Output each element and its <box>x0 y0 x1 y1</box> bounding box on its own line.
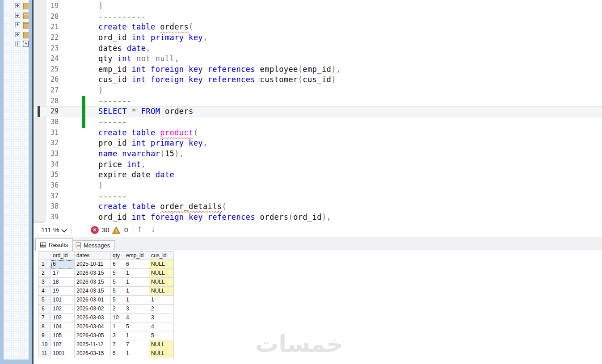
row-header[interactable]: 6 <box>38 305 51 314</box>
grid-cell[interactable]: 3 <box>149 314 174 322</box>
grid-cell[interactable]: 2026-03-15 <box>75 269 111 278</box>
line-number[interactable]: 34 <box>34 159 59 170</box>
line-number[interactable]: 21 <box>34 22 59 33</box>
code-text[interactable]: ------ <box>98 117 127 128</box>
code-line-30[interactable]: 30------ <box>34 117 602 128</box>
line-number[interactable]: 23 <box>34 43 59 54</box>
line-number[interactable]: 39 <box>34 212 59 222</box>
code-text[interactable]: ------ <box>98 191 127 202</box>
line-number[interactable]: 30 <box>34 117 59 128</box>
grid-cell[interactable]: 107 <box>51 340 75 349</box>
code-line-25[interactable]: 25emp_id int foreign key references empl… <box>34 64 602 75</box>
grid-cell[interactable]: 2026-03-04 <box>75 322 111 331</box>
plus-expand-icon[interactable] <box>15 13 20 18</box>
code-line-34[interactable]: 34price int, <box>34 159 602 170</box>
grid-cell[interactable]: 2024-03-15 <box>75 287 111 296</box>
line-number[interactable]: 27 <box>34 85 59 96</box>
code-text[interactable]: ) <box>98 85 103 96</box>
object-explorer-tree[interactable]: ϟ <box>4 0 29 360</box>
error-icon[interactable]: ✕ <box>91 226 99 234</box>
tree-item-1[interactable] <box>4 12 29 19</box>
grid-cell[interactable]: 5 <box>111 296 124 305</box>
code-text[interactable]: ord_id int primary key, <box>98 33 208 43</box>
column-header-dates[interactable]: dates <box>75 252 111 260</box>
code-text[interactable]: ord_id int foreign key references orders… <box>98 212 331 222</box>
column-header-cus_id[interactable]: cus_id <box>149 252 174 260</box>
grid-cell[interactable]: 1 <box>124 331 149 340</box>
row-header[interactable]: 11 <box>38 349 51 358</box>
line-number[interactable]: 32 <box>34 138 59 149</box>
line-number[interactable]: 26 <box>34 75 59 85</box>
row-header[interactable]: 10 <box>38 340 51 349</box>
code-text[interactable]: ) <box>98 1 103 12</box>
grid-cell[interactable]: NULL <box>149 349 174 358</box>
plus-expand-icon[interactable] <box>15 42 20 46</box>
line-number[interactable]: 20 <box>34 12 59 22</box>
grid-cell[interactable]: NULL <box>149 340 174 349</box>
grid-cell[interactable]: 2 <box>149 305 174 314</box>
code-line-32[interactable]: 32pro_id int primary key, <box>34 138 602 149</box>
grid-cell[interactable]: 1 <box>111 322 124 331</box>
tree-item-3[interactable] <box>4 31 29 38</box>
row-header[interactable]: 8 <box>38 322 51 331</box>
code-text[interactable]: create table order_details( <box>98 201 227 212</box>
grid-cell[interactable]: 2026-03-15 <box>75 349 111 358</box>
plus-expand-icon[interactable] <box>15 3 20 8</box>
grid-cell[interactable]: 2026-03-05 <box>75 331 111 340</box>
code-text[interactable]: create table product( <box>98 128 198 138</box>
column-header-ord_id[interactable]: ord_id <box>51 252 75 260</box>
line-number[interactable]: 33 <box>34 149 59 159</box>
row-header[interactable]: 3 <box>38 278 51 287</box>
zoom-level-select[interactable]: 111 % <box>37 225 72 235</box>
grid-cell[interactable]: 2 <box>111 305 124 314</box>
code-line-31[interactable]: 31create table product( <box>34 128 602 138</box>
code-line-23[interactable]: 23dates date, <box>34 43 602 54</box>
grid-cell[interactable]: 2025-10-11 <box>75 260 111 269</box>
row-header[interactable]: 2 <box>38 269 51 278</box>
code-text[interactable]: ) <box>98 180 103 191</box>
grid-cell[interactable]: 18 <box>51 278 75 287</box>
grid-cell[interactable]: 5 <box>111 349 124 358</box>
code-text[interactable]: ------- <box>98 96 131 107</box>
code-line-27[interactable]: 27) <box>34 85 602 96</box>
code-line-28[interactable]: 28------- <box>34 96 602 107</box>
code-text[interactable]: dates date, <box>98 43 151 54</box>
grid-cell[interactable]: 5 <box>124 322 149 331</box>
grid-cell[interactable]: NULL <box>149 278 174 287</box>
code-editor[interactable]: 19)20----------21create table orders(22o… <box>34 0 602 222</box>
line-number[interactable]: 29 <box>34 106 59 117</box>
line-number[interactable]: 22 <box>34 33 59 43</box>
grid-cell[interactable]: 5 <box>111 269 124 278</box>
grid-corner-cell[interactable] <box>38 252 51 260</box>
grid-cell[interactable]: 17 <box>51 269 75 278</box>
row-header[interactable]: 4 <box>38 287 51 296</box>
code-line-21[interactable]: 21create table orders( <box>34 22 602 33</box>
grid-cell[interactable]: 1 <box>124 278 149 287</box>
code-line-39[interactable]: 39ord_id int foreign key references orde… <box>34 212 602 222</box>
code-text[interactable]: create table orders( <box>98 22 194 33</box>
code-line-29[interactable]: 29SELECT * FROM orders <box>34 106 602 117</box>
tab-results[interactable]: Results <box>35 238 73 251</box>
next-error-button[interactable]: ↓ <box>151 224 156 234</box>
grid-cell[interactable]: 1 <box>124 296 149 305</box>
line-number[interactable]: 25 <box>34 64 59 75</box>
grid-cell[interactable]: 7 <box>124 340 149 349</box>
tree-item-0[interactable] <box>4 2 29 9</box>
line-number[interactable]: 28 <box>34 96 59 107</box>
code-text[interactable]: SELECT * FROM orders <box>98 106 194 117</box>
grid-cell[interactable]: NULL <box>149 287 174 296</box>
code-line-22[interactable]: 22ord_id int primary key, <box>34 33 602 43</box>
grid-cell[interactable]: 3 <box>124 305 149 314</box>
code-text[interactable]: emp_id int foreign key references employ… <box>98 64 341 75</box>
row-header[interactable]: 5 <box>38 296 51 305</box>
grid-cell[interactable]: 1 <box>124 349 149 358</box>
grid-cell[interactable]: 105 <box>51 331 75 340</box>
grid-cell[interactable]: 2026-03-01 <box>75 296 111 305</box>
row-header[interactable]: 7 <box>38 314 51 322</box>
column-header-qty[interactable]: qty <box>111 252 124 260</box>
code-line-36[interactable]: 36) <box>34 180 602 191</box>
code-line-19[interactable]: 19) <box>34 1 602 12</box>
line-number[interactable]: 37 <box>34 191 59 202</box>
line-number[interactable]: 31 <box>34 128 59 138</box>
code-line-26[interactable]: 26cus_id int foreign key references cust… <box>34 75 602 85</box>
